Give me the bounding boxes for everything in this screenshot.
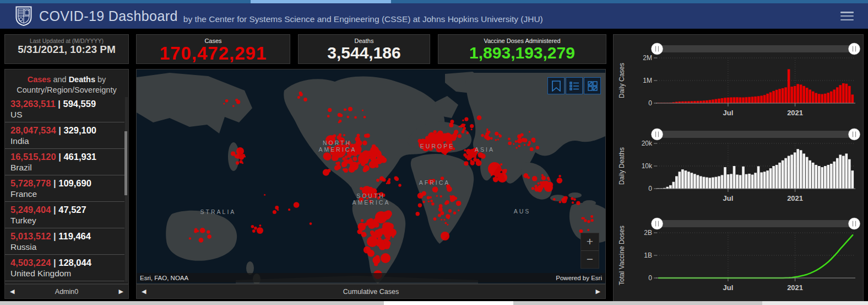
basemap-gallery-icon[interactable] <box>584 77 601 94</box>
heading-deaths-word: Deaths <box>69 75 95 84</box>
continent-label: AUS <box>514 208 531 215</box>
daily-cases-chart: 01M2MJul2021Daily Cases <box>615 39 862 122</box>
covid-dashboard: COVID-19 Dashboard by the Center for Sys… <box>0 0 868 305</box>
continent-label: AFRICA <box>419 179 451 186</box>
continent-label: AMERICA <box>319 146 357 153</box>
map-zoom-control: + − <box>581 233 599 269</box>
map-canvas[interactable]: NORTHAMERICASOUTHAMERICAEUROPEASIAAFRICA… <box>137 69 606 284</box>
time-slider-handle-left[interactable] <box>652 43 663 55</box>
vaccine-value: 1,893,193,279 <box>438 44 606 62</box>
time-slider-handle-right[interactable] <box>849 43 860 55</box>
continent-label: EUROPE <box>420 143 454 149</box>
app-header: COVID-19 Dashboard by the Center for Sys… <box>0 3 868 29</box>
svg-text:0: 0 <box>648 99 652 107</box>
svg-text:10k: 10k <box>642 162 653 170</box>
admin-prev-arrow[interactable]: ◀ <box>5 288 19 295</box>
country-row[interactable]: 4,503,224 | 128,044United Kingdom <box>5 255 124 281</box>
map-attribution: Esri, FAO, NOAA Powered by Esri <box>137 273 605 282</box>
svg-text:2M: 2M <box>643 54 652 62</box>
world-map[interactable]: NORTHAMERICASOUTHAMERICAEUROPEASIAAFRICA… <box>136 69 606 284</box>
admin-level-label: Admin0 <box>55 288 78 296</box>
svg-text:Jul: Jul <box>723 109 733 117</box>
jhu-shield-icon <box>15 6 32 26</box>
svg-text:20k: 20k <box>642 140 653 147</box>
country-row[interactable]: 28,047,534 | 329,100India <box>5 122 124 149</box>
scrollbar-thumb[interactable] <box>124 131 127 195</box>
svg-text:Jul: Jul <box>723 194 733 202</box>
legend-list-icon[interactable] <box>566 77 583 94</box>
continent-label: NORTH <box>323 140 351 146</box>
chart-y-axis-label: Daily Cases <box>618 63 626 98</box>
time-slider-handle-right[interactable] <box>849 218 860 229</box>
svg-text:2021: 2021 <box>787 109 803 117</box>
time-slider-handle-left[interactable] <box>652 218 663 229</box>
charts-panel: 01M2MJul2021Daily Cases 010k20kJul2021Da… <box>613 34 864 302</box>
map-mode-next-arrow[interactable]: ▶ <box>591 288 605 295</box>
svg-text:1M: 1M <box>643 77 652 84</box>
country-row[interactable]: 33,263,511 | 594,559US <box>5 96 124 122</box>
admin-level-bar: ◀ Admin0 ▶ <box>4 284 129 299</box>
daily-deaths-chart: 010k20kJul2021Daily Deaths <box>615 125 862 207</box>
horizontal-scrollbar-bottom[interactable] <box>0 301 868 305</box>
country-list: 33,263,511 | 594,559US28,047,534 | 329,1… <box>5 96 124 283</box>
country-list-panel: Cases and Deaths by Country/Region/Sover… <box>4 69 129 284</box>
country-row[interactable]: 16,515,120 | 461,931Brazil <box>5 149 124 175</box>
chart-y-axis-label: Daily Deaths <box>618 147 626 185</box>
country-row[interactable]: 5,728,778 | 109,690France <box>5 175 124 202</box>
time-slider-track[interactable] <box>652 131 860 138</box>
scrollbar-thumb[interactable] <box>762 301 868 305</box>
last-updated-value: 5/31/2021, 10:23 PM <box>5 44 128 55</box>
svg-text:1B: 1B <box>644 252 652 259</box>
deaths-value: 3,544,186 <box>299 44 430 62</box>
bookmark-icon[interactable] <box>547 77 565 94</box>
admin-next-arrow[interactable]: ▶ <box>114 288 128 295</box>
svg-text:2021: 2021 <box>787 283 803 292</box>
attribution-sources: Esri, FAO, NOAA <box>140 275 188 281</box>
svg-text:2B: 2B <box>644 229 652 237</box>
total-deaths-panel: Deaths 3,544,186 <box>298 34 430 64</box>
zoom-out-button[interactable]: − <box>581 250 599 268</box>
svg-text:Jul: Jul <box>723 283 733 292</box>
vaccine-doses-panel: Vaccine Doses Administered 1,893,193,279 <box>438 34 606 64</box>
map-mode-label: Cumulative Cases <box>343 288 399 296</box>
map-mode-bar: ◀ Cumulative Cases ▶ <box>136 284 606 299</box>
svg-text:0: 0 <box>648 274 652 282</box>
map-toolbar <box>547 77 601 94</box>
continent-label: STRALIA <box>200 208 236 215</box>
continent-label: AMERICA <box>352 199 390 206</box>
total-cases-panel: Cases 170,472,291 <box>136 34 290 64</box>
last-updated-panel: Last Updated at (M/D/YYYY) 5/31/2021, 10… <box>4 34 129 64</box>
svg-text:2021: 2021 <box>787 194 803 202</box>
time-slider-handle-right[interactable] <box>849 129 860 140</box>
country-list-scrollbar[interactable] <box>125 97 128 282</box>
country-list-subheading: Country/Region/Sovereignty <box>5 85 128 94</box>
country-row[interactable]: 5,249,404 | 47,527Turkey <box>5 202 124 228</box>
time-slider-track[interactable] <box>652 45 860 52</box>
map-mode-prev-arrow[interactable]: ◀ <box>137 288 151 295</box>
heading-cases-word: Cases <box>28 75 51 84</box>
cases-value: 170,472,291 <box>137 44 290 63</box>
page-subtitle: by the Center for Systems Science and En… <box>183 14 543 24</box>
zoom-in-button[interactable]: + <box>581 233 599 250</box>
hamburger-menu-icon[interactable] <box>840 12 854 22</box>
scrollbar-thumb[interactable] <box>384 301 513 305</box>
country-row[interactable]: 5,013,512 | 119,464Russia <box>5 228 124 255</box>
chart-y-axis-label: Total Vaccine Doses <box>618 226 626 285</box>
continent-label: SOUTH <box>356 192 385 199</box>
continent-label: ASIA <box>475 146 495 153</box>
country-list-heading: Cases and Deaths by <box>5 69 128 84</box>
attribution-esri[interactable]: Powered by Esri <box>556 275 602 281</box>
time-slider-handle-left[interactable] <box>652 129 663 140</box>
svg-text:0: 0 <box>648 185 652 192</box>
page-title: COVID-19 Dashboard <box>39 8 178 24</box>
total-vaccine-doses-chart: 01B2BJul2021Total Vaccine Doses <box>615 214 862 297</box>
time-slider-track[interactable] <box>652 220 860 227</box>
